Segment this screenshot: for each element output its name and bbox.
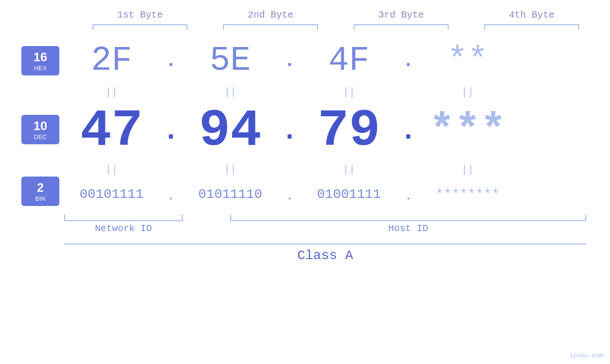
class-line [64,243,586,244]
host-id-label: Host ID [230,223,586,234]
bin-row: 00101111 . 01011110 . 01001111 . [64,177,586,211]
class-section: Class A [64,243,586,263]
dec-dot1: . [159,115,183,147]
hex-dot2: . [278,50,301,72]
hex-byte4-cell: ** [420,41,515,80]
data-rows: 2F . 5E . 4F . ** [64,37,610,263]
bracket-byte1 [93,24,188,30]
hex-equals-spacer [21,84,64,99]
dec-byte2-cell: 94 [183,105,278,157]
watermark: ipshu.com [570,352,603,359]
dec-badge-num: 10 [23,119,57,133]
eq1-byte1: || [64,86,159,98]
bracket-byte4 [484,24,579,30]
id-labels-row: Network ID Host ID [64,223,586,234]
dec-dot3: . [396,115,420,147]
bin-dot2: . [278,184,301,205]
hex-row: 2F . 5E . 4F . ** [64,37,586,84]
hex-byte1-cell: 2F [64,44,159,78]
class-label: Class A [64,248,586,263]
bin-badge: 2 BIN [21,177,59,206]
bin-byte2-value: 01011110 [198,187,262,202]
dec-equals-spacer [21,160,64,175]
bin-byte1-value: 00101111 [80,187,143,202]
host-bracket [230,215,586,221]
dec-byte4-cell: *** [420,107,515,155]
eq2-byte1: || [64,164,159,176]
byte1-label: 1st Byte [93,9,188,20]
hex-byte1-value: 2F [91,41,132,80]
dec-byte1-cell: 47 [64,105,159,157]
bin-byte3-value: 01001111 [317,187,381,202]
bin-dot1: . [159,184,183,205]
header-row: 1st Byte 2nd Byte 3rd Byte 4th Byte [75,9,597,20]
dec-row: 47 . 94 . 79 . *** [64,100,586,162]
bin-byte3-cell: 01001111 [301,187,396,202]
dec-byte1-value: 47 [80,101,143,160]
hex-badge-num: 16 [23,50,57,65]
eq1-byte4: || [420,86,515,98]
bin-byte1-cell: 00101111 [64,187,159,202]
network-id-label: Network ID [64,223,183,234]
network-bracket [64,215,183,221]
dec-badge-label: DEC [23,133,57,140]
byte4-label: 4th Byte [484,9,579,20]
dec-byte3-cell: 79 [301,105,396,157]
eq1-byte2: || [183,86,278,98]
bracket-byte2 [223,24,318,30]
dec-badge-wrapper: 10 DEC [21,99,64,160]
byte2-label: 2nd Byte [223,9,318,20]
bottom-bracket-row [64,215,586,221]
hex-dot1: . [159,50,183,72]
dec-badge: 10 DEC [21,115,59,144]
bin-byte4-cell: ******** [420,187,515,202]
bracket-byte3 [354,24,449,30]
hex-byte3-value: 4F [328,41,369,80]
bin-badge-wrapper: 2 BIN [21,175,64,208]
hex-badge: 16 HEX [21,46,59,75]
hex-byte4-value: ** [447,41,488,80]
bin-badge-label: BIN [23,195,57,202]
bin-byte2-cell: 01011110 [183,187,278,202]
hex-badge-wrapper: 16 HEX [21,37,64,84]
hex-byte2-value: 5E [210,41,251,80]
content-wrapper: 16 HEX 10 DEC 2 BIN [0,37,610,263]
bin-byte4-value: ******** [436,187,499,202]
badges-column: 16 HEX 10 DEC 2 BIN [0,37,64,263]
dec-byte2-value: 94 [199,101,262,160]
main-container: 1st Byte 2nd Byte 3rd Byte 4th Byte 16 H… [0,0,610,364]
equals-row-2: || || || || [64,164,586,176]
hex-badge-label: HEX [23,65,57,72]
byte3-label: 3rd Byte [354,9,449,20]
hex-dot3: . [396,50,420,72]
bottom-labels-section: Network ID Host ID [64,215,586,234]
eq1-byte3: || [301,86,396,98]
bin-badge-num: 2 [23,180,57,195]
eq2-byte3: || [301,164,396,176]
dec-byte4-value: *** [429,107,506,155]
eq2-byte2: || [183,164,278,176]
bin-dot3: . [396,184,420,205]
top-brackets [75,24,597,30]
dec-dot2: . [278,115,301,147]
hex-byte3-cell: 4F [301,44,396,78]
dec-byte3-value: 79 [318,101,380,160]
equals-row-1: || || || || [64,86,586,98]
eq2-byte4: || [420,164,515,176]
hex-byte2-cell: 5E [183,44,278,78]
